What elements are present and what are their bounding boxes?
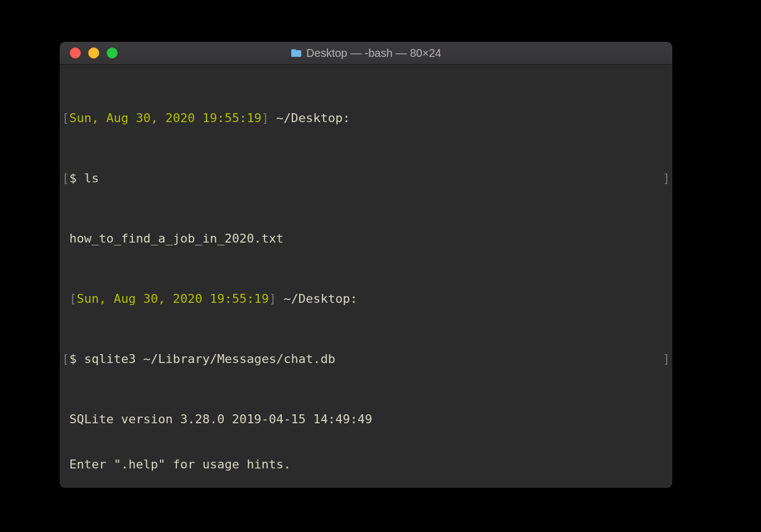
command: ls (84, 171, 99, 186)
prompt: $ (69, 171, 84, 186)
output: Enter ".help" for usage hints. (62, 457, 291, 472)
bracket-open: [ (62, 351, 69, 366)
terminal-line: [$ sqlite3 ~/Library/Messages/chat.db] (62, 351, 670, 366)
bracket-close: ] (269, 291, 276, 306)
prompt: $ (69, 351, 84, 366)
terminal-line: Enter ".help" for usage hints. (62, 457, 670, 472)
bracket-open: [ (62, 171, 69, 186)
bracket-open: [ (62, 110, 69, 125)
bracket-close: ] (262, 110, 269, 125)
terminal-line: [Sun, Aug 30, 2020 19:55:19] ~/Desktop: (62, 110, 670, 125)
terminal-line: how_to_find_a_job_in_2020.txt (62, 231, 670, 246)
output: how_to_find_a_job_in_2020.txt (62, 231, 283, 246)
terminal-window: Desktop — -bash — 80×24 [Sun, Aug 30, 20… (60, 42, 672, 488)
window-title-container: Desktop — -bash — 80×24 (60, 47, 672, 60)
terminal-line: SQLite version 3.28.0 2019-04-15 14:49:4… (62, 412, 670, 427)
bracket-close: ] (663, 351, 670, 366)
folder-icon (291, 49, 302, 57)
terminal-line: [$ ls] (62, 171, 670, 186)
timestamp: Sun, Aug 30, 2020 19:55:19 (77, 291, 269, 306)
minimize-button[interactable] (88, 47, 99, 59)
bracket-close: ] (663, 171, 670, 186)
window-title: Desktop — -bash — 80×24 (306, 47, 441, 60)
output: SQLite version 3.28.0 2019-04-15 14:49:4… (62, 412, 372, 427)
zoom-button[interactable] (107, 47, 118, 59)
bracket-open: [ (69, 291, 76, 306)
traffic-lights (70, 47, 118, 59)
titlebar[interactable]: Desktop — -bash — 80×24 (60, 42, 672, 65)
terminal-line: [Sun, Aug 30, 2020 19:55:19] ~/Desktop: (62, 291, 670, 306)
terminal-body[interactable]: [Sun, Aug 30, 2020 19:55:19] ~/Desktop: … (60, 65, 672, 488)
cwd-path: ~/Desktop: (269, 110, 350, 125)
cwd-path: ~/Desktop: (276, 291, 358, 306)
close-button[interactable] (70, 47, 81, 59)
command: sqlite3 ~/Library/Messages/chat.db (84, 351, 335, 366)
timestamp: Sun, Aug 30, 2020 19:55:19 (69, 110, 261, 125)
